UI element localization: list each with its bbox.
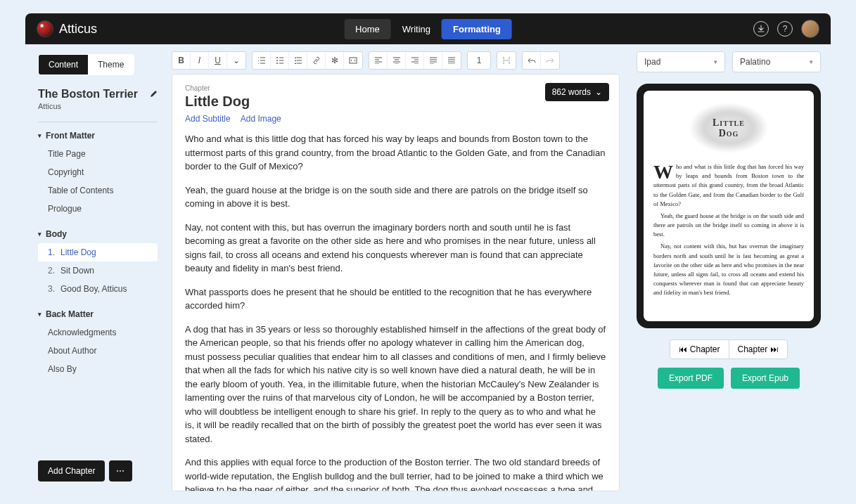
brand: Atticus bbox=[37, 20, 97, 37]
editor-content[interactable]: 862 words ⌄ Chapter Little Dog Add Subti… bbox=[172, 74, 620, 491]
svg-point-1 bbox=[276, 60, 278, 61]
paragraph: What passports does he present that he s… bbox=[185, 285, 606, 313]
help-icon[interactable]: ? bbox=[777, 21, 793, 37]
nav-formatting[interactable]: Formatting bbox=[442, 19, 512, 39]
device-select[interactable]: Ipad ▾ bbox=[637, 51, 725, 72]
export-epub-button[interactable]: Export Epub bbox=[731, 368, 800, 389]
text-style-dropdown[interactable]: ⌄ bbox=[227, 52, 245, 69]
sidebar-item-toc[interactable]: Table of Contents bbox=[38, 181, 158, 200]
chevron-down-icon: ⌄ bbox=[595, 87, 602, 97]
add-image-link[interactable]: Add Image bbox=[241, 114, 281, 124]
sidebar-item-chapter-3[interactable]: 3.Good Boy, Atticus bbox=[38, 280, 158, 298]
sidebar-tabs: Content Theme bbox=[38, 54, 134, 75]
edit-icon[interactable] bbox=[149, 90, 158, 98]
svg-point-2 bbox=[276, 63, 278, 64]
chevron-down-icon: ▾ bbox=[38, 231, 41, 238]
sidebar-item-copyright[interactable]: Copyright bbox=[38, 163, 158, 181]
paragraph: A dog that has in 35 years or less so th… bbox=[185, 323, 606, 446]
sidebar: Content Theme The Boston Terrier Atticus… bbox=[25, 44, 165, 491]
more-button[interactable]: ⋯ bbox=[109, 460, 132, 482]
chevron-down-icon: ▾ bbox=[38, 132, 41, 139]
font-select-value: Palatino bbox=[740, 57, 770, 67]
add-chapter-button[interactable]: Add Chapter bbox=[38, 460, 105, 482]
underline-button[interactable]: U bbox=[209, 52, 227, 69]
italic-button[interactable]: I bbox=[191, 52, 209, 69]
paragraph: Who and what is this little dog that has… bbox=[185, 132, 606, 174]
chapter-label: Little Dog bbox=[60, 247, 96, 257]
special-char-button[interactable]: ✻ bbox=[326, 52, 344, 69]
device-select-value: Ipad bbox=[644, 57, 660, 67]
font-select[interactable]: Palatino ▾ bbox=[732, 51, 821, 72]
prev-chapter-button[interactable]: ⏮ Chapter bbox=[670, 340, 729, 359]
chapter-kind-label: Chapter bbox=[185, 84, 606, 92]
chevron-down-icon: ▾ bbox=[714, 58, 717, 65]
chapter-label: Good Boy, Atticus bbox=[60, 284, 127, 294]
list-check-button[interactable] bbox=[289, 52, 307, 69]
skip-forward-icon: ⏭ bbox=[770, 344, 779, 354]
preview-title-art: Little Dog bbox=[653, 99, 804, 157]
link-button[interactable] bbox=[307, 52, 326, 69]
chapter-body-text[interactable]: Who and what is this little dog that has… bbox=[185, 132, 606, 491]
editor-column: B I U ⌄ ✻ 1 bbox=[165, 44, 627, 491]
body-label: Body bbox=[46, 229, 67, 239]
sidebar-item-also-by[interactable]: Also By bbox=[38, 360, 158, 378]
dropcap: W bbox=[653, 162, 676, 181]
nav-home[interactable]: Home bbox=[344, 19, 391, 39]
preview-screen: Little Dog Who and what is this little d… bbox=[644, 91, 814, 321]
paragraph: Yeah, the guard house at the bridge is o… bbox=[185, 183, 606, 211]
preview-title: Little Dog bbox=[713, 117, 745, 139]
preview-column: Ipad ▾ Palatino ▾ Little Dog Who and wha… bbox=[627, 44, 831, 491]
chevron-down-icon: ⌄ bbox=[233, 56, 240, 65]
sidebar-item-chapter-2[interactable]: 2.Sit Down bbox=[38, 261, 158, 280]
sidebar-item-acknowledgments[interactable]: Acknowledgments bbox=[38, 323, 158, 342]
section-body[interactable]: ▾ Body bbox=[38, 229, 158, 239]
chapter-num: 3. bbox=[48, 284, 55, 294]
back-matter-label: Back Matter bbox=[46, 309, 94, 319]
brand-name: Atticus bbox=[59, 22, 97, 37]
paragraph: Nay, not content with this, but has over… bbox=[185, 221, 606, 276]
book-title: The Boston Terrier bbox=[38, 88, 138, 101]
tab-theme[interactable]: Theme bbox=[88, 55, 134, 75]
section-back-matter[interactable]: ▾ Back Matter bbox=[38, 309, 158, 319]
export-pdf-button[interactable]: Export PDF bbox=[658, 368, 724, 389]
svg-point-0 bbox=[276, 57, 278, 58]
chapter-num: 1. bbox=[48, 247, 55, 257]
list-ordered-button[interactable] bbox=[253, 52, 271, 69]
app-header: Atticus Home Writing Formatting ? bbox=[25, 13, 831, 44]
chevron-down-icon: ▾ bbox=[810, 58, 813, 65]
preview-body-text: Who and what is this little dog that has… bbox=[653, 162, 804, 297]
chapter-title[interactable]: Little Dog bbox=[185, 93, 606, 110]
download-icon[interactable] bbox=[753, 21, 769, 37]
chapter-num: 2. bbox=[48, 266, 55, 276]
nav-writing[interactable]: Writing bbox=[391, 19, 442, 39]
paragraph: And this applies with equal force to the… bbox=[185, 455, 606, 491]
word-count-badge[interactable]: 862 words ⌄ bbox=[545, 83, 609, 101]
sidebar-item-prologue[interactable]: Prologue bbox=[38, 200, 158, 218]
list-bullet-button[interactable] bbox=[271, 52, 289, 69]
chapter-label: Sit Down bbox=[60, 266, 94, 276]
sidebar-item-about-author[interactable]: About Author bbox=[38, 342, 158, 360]
word-count-text: 862 words bbox=[552, 87, 591, 97]
divider bbox=[38, 122, 158, 122]
sidebar-item-chapter-1[interactable]: 1.Little Dog bbox=[38, 243, 158, 261]
author-name: Atticus bbox=[38, 102, 158, 110]
front-matter-label: Front Matter bbox=[46, 131, 95, 141]
chevron-down-icon: ▾ bbox=[38, 311, 41, 318]
skip-back-icon: ⏮ bbox=[679, 344, 687, 354]
tab-content[interactable]: Content bbox=[39, 55, 88, 75]
bold-button[interactable]: B bbox=[172, 52, 191, 69]
sidebar-item-title-page[interactable]: Title Page bbox=[38, 145, 158, 163]
next-chapter-button[interactable]: Chapter ⏭ bbox=[729, 340, 788, 359]
avatar[interactable] bbox=[801, 20, 819, 38]
chapter-pager: ⏮ Chapter Chapter ⏭ bbox=[670, 340, 788, 359]
section-front-matter[interactable]: ▾ Front Matter bbox=[38, 131, 158, 141]
add-subtitle-link[interactable]: Add Subtitle bbox=[185, 114, 231, 124]
undo-button[interactable] bbox=[523, 52, 541, 69]
redo-button[interactable] bbox=[541, 52, 559, 69]
brand-logo-icon bbox=[37, 20, 53, 37]
device-preview-frame: Little Dog Who and what is this little d… bbox=[637, 84, 821, 328]
